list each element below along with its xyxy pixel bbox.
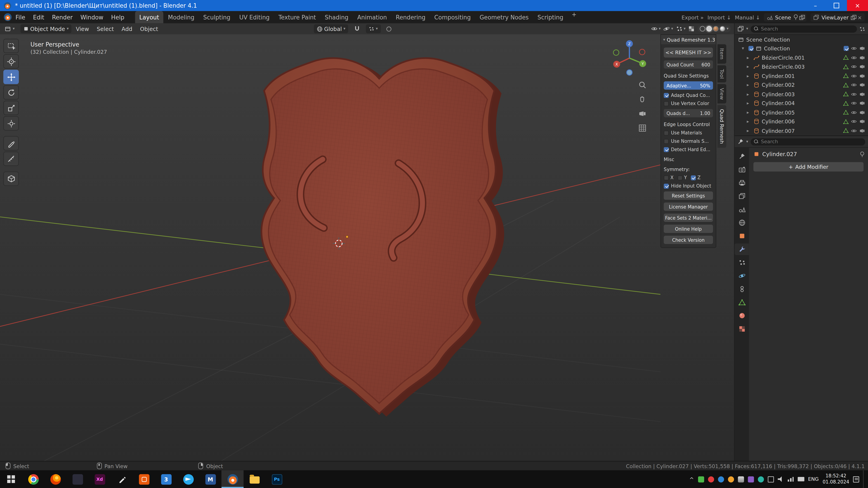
workspace-tab-uv-editing[interactable]: UV Editing — [235, 11, 274, 23]
import-button[interactable]: Import↓ — [708, 14, 731, 20]
menu-add[interactable]: Add — [118, 26, 135, 32]
tab-constraints[interactable] — [735, 283, 749, 295]
use-normals-checkbox[interactable]: Use Normals S... — [664, 138, 713, 144]
proportional-editing-toggle[interactable] — [383, 24, 394, 33]
symmetry-z-checkbox[interactable]: Z — [691, 175, 701, 180]
gizmo-neg-y-ball[interactable] — [613, 50, 619, 55]
add-modifier-button[interactable]: + Add Modifier — [753, 162, 864, 172]
tab-texture[interactable] — [735, 323, 749, 335]
hide-eye-icon[interactable] — [851, 55, 857, 61]
tab-physics[interactable] — [735, 270, 749, 282]
outliner-search[interactable] — [750, 25, 857, 32]
render-visibility-icon[interactable] — [859, 91, 865, 97]
expand-chevron-icon[interactable]: ▸ — [747, 64, 751, 69]
taskbar-adobe-xd[interactable]: Xd — [89, 470, 111, 488]
tab-particles[interactable] — [735, 257, 749, 268]
manual-button[interactable]: Manual↓ — [735, 14, 760, 20]
menu-window[interactable]: Window — [76, 14, 107, 20]
gizmos-dropdown[interactable]: ▾ — [663, 26, 673, 32]
use-materials-checkbox[interactable]: Use Materials — [664, 130, 713, 135]
tab-render[interactable] — [735, 164, 749, 175]
hide-eye-icon[interactable] — [851, 100, 857, 106]
action-center-icon[interactable] — [853, 476, 859, 482]
workspace-tab-rendering[interactable]: Rendering — [391, 11, 430, 23]
expand-chevron-icon[interactable]: ▸ — [747, 55, 751, 60]
tab-quad-remesh[interactable]: Quad Remesh — [717, 105, 726, 148]
close-button[interactable]: × — [847, 0, 868, 11]
taskbar-photoshop[interactable]: Ps — [266, 470, 288, 488]
menu-help[interactable]: Help — [107, 14, 128, 20]
outliner-row-beziercircle-003[interactable]: ▸ BézierCircle.003 — [735, 62, 868, 71]
checkbox-unchecked-icon[interactable] — [677, 175, 682, 180]
outliner-row-cylinder-003[interactable]: ▸ Cylinder.003 — [735, 90, 868, 99]
maximize-button[interactable] — [826, 0, 847, 11]
render-visibility-icon[interactable] — [859, 55, 865, 61]
orange-status-icon[interactable] — [728, 476, 734, 482]
red-status-icon[interactable] — [708, 476, 714, 482]
pin-icon[interactable] — [793, 14, 797, 20]
menu-object[interactable]: Object — [137, 26, 161, 32]
taskbar-telegram[interactable] — [177, 470, 199, 488]
display-icon[interactable] — [768, 476, 774, 482]
blender-menu-icon[interactable] — [4, 13, 11, 21]
outliner-row-cylinder-001[interactable]: ▸ Cylinder.001 — [735, 71, 868, 80]
visibility-dropdown[interactable]: ▾ — [651, 26, 661, 32]
taskbar-chrome[interactable] — [22, 470, 44, 488]
navigation-gizmo[interactable]: Z X Y — [608, 37, 651, 80]
quad-remesher-panel-header[interactable]: ▾ Quad Remesher 1.3 — [661, 35, 716, 44]
tab-tool[interactable] — [735, 151, 749, 162]
expand-chevron-icon[interactable]: ▸ — [747, 83, 751, 88]
hide-eye-icon[interactable] — [851, 91, 857, 97]
keyboard-icon[interactable] — [798, 477, 804, 482]
pan-hand-icon[interactable] — [637, 94, 647, 104]
render-visibility-icon[interactable] — [859, 119, 865, 125]
gizmo-neg-z-ball[interactable] — [627, 70, 632, 75]
checkbox-checked-icon[interactable] — [691, 175, 696, 180]
menu-select[interactable]: Select — [93, 26, 117, 32]
workspace-tab-animation[interactable]: Animation — [353, 11, 391, 23]
render-visibility-icon[interactable] — [859, 100, 865, 106]
taskbar-orange-app[interactable] — [133, 470, 155, 488]
properties-search[interactable] — [750, 138, 865, 145]
workspace-tab-geometry-nodes[interactable]: Geometry Nodes — [475, 11, 533, 23]
chevron-down-icon[interactable]: ▾ — [746, 27, 748, 31]
outliner-row-cylinder-007[interactable]: ▸ Cylinder.007 — [735, 126, 868, 135]
quad-count-field[interactable]: Quad Count 600 — [664, 60, 713, 69]
hide-eye-icon[interactable] — [851, 73, 857, 79]
use-vertex-color-checkbox[interactable]: Use Vertex Color — [664, 101, 713, 106]
viewlayer-selector[interactable]: ViewLayer × — [810, 13, 865, 22]
shield-model[interactable] — [261, 58, 504, 417]
check-version-button[interactable]: Check Version — [664, 236, 713, 244]
blue-app-icon[interactable] — [718, 476, 724, 482]
shading-dropdown-icon[interactable]: ▾ — [726, 27, 728, 31]
outliner-row-cylinder-004[interactable]: ▸ Cylinder.004 — [735, 99, 868, 108]
menu-file[interactable]: File — [11, 14, 29, 20]
rotate-tool[interactable] — [3, 85, 19, 100]
cloud-app-icon[interactable] — [738, 476, 744, 482]
taskbar-blender-active[interactable] — [221, 470, 244, 488]
online-help-button[interactable]: Online Help — [664, 225, 713, 233]
show-desktop-button[interactable] — [863, 470, 866, 488]
transform-tool[interactable] — [3, 116, 19, 131]
shading-material-icon[interactable] — [713, 26, 719, 31]
tab-tool[interactable]: Tool — [717, 65, 726, 83]
remesh-button[interactable]: << REMESH IT >> — [664, 48, 713, 58]
green-shield-icon[interactable] — [698, 476, 704, 482]
expand-chevron-icon[interactable]: ▾ — [742, 46, 746, 51]
snap-toggle[interactable] — [351, 24, 363, 33]
overlays-dropdown[interactable]: ▾ — [676, 26, 686, 32]
measure-tool[interactable] — [3, 152, 19, 166]
toggle-orthographic-icon[interactable] — [637, 123, 647, 133]
scale-tool[interactable] — [3, 101, 19, 115]
outliner-search-input[interactable] — [761, 26, 854, 31]
tab-item[interactable]: Item — [717, 44, 726, 63]
workspace-tab-compositing[interactable]: Compositing — [430, 11, 475, 23]
checkbox-checked-icon[interactable] — [664, 93, 669, 98]
render-visibility-icon[interactable] — [859, 82, 865, 88]
start-button[interactable] — [0, 470, 22, 488]
export-button[interactable]: Export» — [682, 14, 704, 20]
taskbar-pen-app[interactable] — [111, 470, 133, 488]
mode-dropdown[interactable]: Object Mode ▾ — [20, 24, 71, 33]
shading-rendered-icon[interactable] — [720, 26, 725, 31]
teal-app-icon[interactable] — [758, 476, 764, 482]
